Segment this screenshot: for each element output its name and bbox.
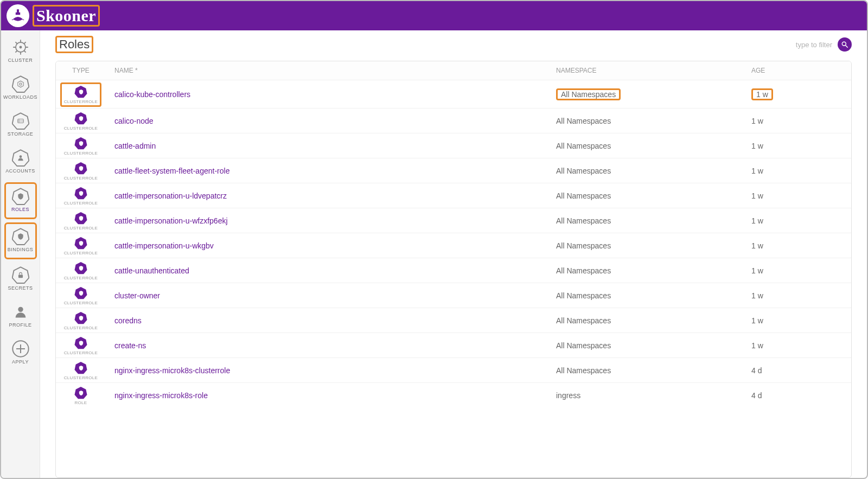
namespace-cell: All Namespaces: [547, 80, 743, 108]
col-type[interactable]: TYPE: [56, 61, 106, 80]
type-label: CLUSTERROLE: [64, 375, 98, 380]
sidebar: CLUSTERWORKLOADSSTORAGEACCOUNTSROLESBIND…: [1, 30, 40, 478]
sidebar-item-roles[interactable]: ROLES: [4, 182, 37, 219]
table-row: CLUSTERROLEcattle-unauthenticatedAll Nam…: [56, 258, 851, 283]
hex-lock-icon: [11, 266, 30, 284]
col-namespace[interactable]: NAMESPACE: [547, 61, 743, 80]
shield-icon: [74, 261, 87, 274]
type-label: CLUSTERROLE: [64, 176, 98, 181]
role-link[interactable]: cattle-impersonation-u-ldvepatcrz: [114, 191, 227, 200]
sidebar-item-storage[interactable]: STORAGE: [4, 108, 37, 142]
role-link[interactable]: cattle-admin: [114, 142, 156, 150]
shield-icon: [74, 162, 87, 175]
col-age[interactable]: AGE: [743, 61, 851, 80]
type-cell: CLUSTERROLE: [56, 233, 106, 258]
role-link[interactable]: cattle-fleet-system-fleet-agent-role: [114, 167, 229, 175]
type-cell: CLUSTERROLE: [56, 158, 106, 183]
namespace-cell: All Namespaces: [547, 258, 743, 283]
table-row: CLUSTERROLEcattle-impersonation-u-wkgbvA…: [56, 233, 851, 258]
age-cell: 1 w: [743, 208, 851, 233]
shield-icon: [74, 336, 87, 349]
age-cell: 1 w: [743, 108, 851, 133]
role-link[interactable]: create-ns: [114, 341, 146, 350]
type-cell: CLUSTERROLE: [56, 308, 106, 333]
sidebar-item-bindings[interactable]: BINDINGS: [4, 222, 37, 259]
sidebar-item-secrets[interactable]: SECRETS: [4, 263, 37, 296]
col-name[interactable]: NAME *: [106, 61, 547, 80]
namespace-cell: ingress: [547, 383, 743, 408]
table-row: CLUSTERROLEcalico-nodeAll Namespaces1 w: [56, 108, 851, 133]
header-bar: Skooner: [1, 1, 867, 30]
role-link[interactable]: cattle-impersonation-u-wkgbv: [114, 241, 214, 250]
type-cell: CLUSTERROLE: [56, 108, 106, 133]
shield-icon: [74, 112, 87, 125]
age-cell: 1 w: [743, 158, 851, 183]
role-link[interactable]: calico-kube-controllers: [114, 90, 190, 99]
sidebar-item-label: APPLY: [12, 359, 29, 365]
type-cell: CLUSTERROLE: [56, 358, 106, 383]
helm-icon: [11, 38, 30, 56]
namespace-cell: All Namespaces: [547, 133, 743, 158]
type-cell: CLUSTERROLE: [56, 258, 106, 283]
logo-icon[interactable]: [7, 4, 29, 27]
namespace-cell: All Namespaces: [547, 158, 743, 183]
table-row: CLUSTERROLEcalico-kube-controllersAll Na…: [56, 80, 851, 108]
shield-icon: [74, 85, 87, 98]
table-row: CLUSTERROLEcattle-fleet-system-fleet-age…: [56, 158, 851, 183]
shield-icon: [74, 386, 87, 399]
sidebar-item-accounts[interactable]: ACCOUNTS: [4, 145, 37, 179]
sidebar-item-label: ROLES: [11, 207, 29, 212]
sidebar-item-cluster[interactable]: CLUSTER: [4, 35, 37, 68]
type-cell: CLUSTERROLE: [56, 80, 106, 108]
sidebar-item-workloads[interactable]: WORKLOADS: [4, 72, 37, 105]
profile-icon: [11, 303, 30, 321]
namespace-cell: All Namespaces: [547, 308, 743, 333]
table-row: CLUSTERROLEcattle-adminAll Namespaces1 w: [56, 133, 851, 158]
namespace-cell: All Namespaces: [547, 208, 743, 233]
shield-icon: [74, 311, 87, 324]
namespace-cell: All Namespaces: [547, 333, 743, 358]
shield-icon: [74, 237, 87, 250]
sidebar-item-label: PROFILE: [9, 322, 31, 328]
table-row: ROLEnginx-ingress-microk8s-roleingress4 …: [56, 383, 851, 408]
namespace-cell: All Namespaces: [547, 108, 743, 133]
age-cell: 1 w: [743, 80, 851, 108]
age-cell: 4 d: [743, 358, 851, 383]
sidebar-item-apply[interactable]: APPLY: [4, 336, 37, 370]
sidebar-item-label: STORAGE: [8, 131, 33, 137]
type-label: CLUSTERROLE: [64, 201, 98, 206]
type-label: CLUSTERROLE: [64, 99, 98, 104]
role-link[interactable]: nginx-ingress-microk8s-clusterrole: [114, 366, 230, 375]
role-link[interactable]: coredns: [114, 316, 142, 325]
role-link[interactable]: cluster-owner: [114, 291, 160, 300]
type-cell: CLUSTERROLE: [56, 283, 106, 308]
role-link[interactable]: nginx-ingress-microk8s-role: [114, 391, 208, 400]
sidebar-item-label: SECRETS: [8, 285, 33, 291]
type-label: CLUSTERROLE: [64, 325, 98, 330]
type-label: CLUSTERROLE: [64, 301, 98, 305]
brand-name[interactable]: Skooner: [36, 7, 96, 24]
sidebar-item-label: CLUSTER: [8, 58, 33, 63]
role-link[interactable]: cattle-impersonation-u-wfzxfp6ekj: [114, 216, 228, 225]
search-button[interactable]: [838, 37, 852, 52]
storage-icon: [11, 112, 30, 130]
role-link[interactable]: calico-node: [114, 117, 154, 125]
type-cell: CLUSTERROLE: [56, 133, 106, 158]
shield-icon: [74, 286, 87, 299]
type-label: CLUSTERROLE: [64, 151, 98, 156]
age-cell: 1 w: [743, 283, 851, 308]
age-cell: 4 d: [743, 383, 851, 408]
hex-user-icon: [11, 149, 30, 167]
type-cell: CLUSTERROLE: [56, 333, 106, 358]
type-cell: CLUSTERROLE: [56, 183, 106, 208]
age-cell: 1 w: [743, 233, 851, 258]
hex-nut-icon: [11, 75, 30, 93]
sidebar-item-label: BINDINGS: [8, 247, 34, 252]
role-link[interactable]: cattle-unauthenticated: [114, 266, 189, 275]
hex-shield-bind-icon: [11, 227, 30, 246]
sidebar-item-profile[interactable]: PROFILE: [4, 299, 37, 333]
plus-icon: [11, 340, 30, 358]
type-cell: CLUSTERROLE: [56, 208, 106, 233]
shield-icon: [74, 361, 87, 374]
table-row: CLUSTERROLEcattle-impersonation-u-wfzxfp…: [56, 208, 851, 233]
